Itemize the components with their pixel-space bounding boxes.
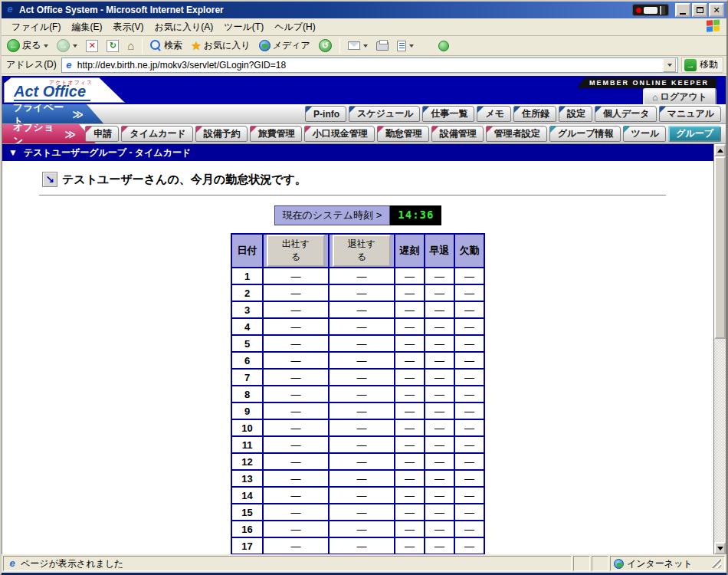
tab-グループ情報[interactable]: グループ情報	[549, 126, 621, 142]
empty-value-cell: ―	[329, 335, 395, 352]
tab-メモ[interactable]: メモ	[477, 106, 511, 122]
menu-表示(V)[interactable]: 表示(V)	[107, 18, 149, 36]
day-cell: 4	[231, 318, 263, 335]
refresh-button[interactable]: ↻	[104, 39, 121, 53]
menu-ヘルプ(H)[interactable]: ヘルプ(H)	[269, 18, 321, 36]
forward-dropdown-icon[interactable]	[73, 44, 77, 48]
edit-dropdown-icon[interactable]	[409, 44, 414, 48]
empty-value-cell: ―	[263, 335, 329, 352]
empty-value-cell: ―	[454, 268, 484, 284]
empty-value-cell: ―	[329, 521, 395, 537]
messenger-button[interactable]	[436, 40, 451, 52]
edit-button[interactable]	[395, 40, 416, 52]
empty-value-cell: ―	[454, 537, 484, 554]
mail-dropdown-icon[interactable]	[363, 44, 368, 48]
tab-スケジュール[interactable]: スケジュール	[349, 106, 420, 122]
tab-小口現金管理[interactable]: 小口現金管理	[304, 126, 375, 142]
address-input[interactable]: e http://dev.birth.ne.jp/mokv3/servlet/G…	[61, 58, 678, 73]
maximize-button[interactable]	[692, 3, 707, 17]
private-band: プライベート	[2, 104, 103, 123]
clock-in-button[interactable]: 出社する	[267, 235, 325, 267]
tab-管理者設定[interactable]: 管理者設定	[486, 126, 547, 142]
tab-設備管理[interactable]: 設備管理	[431, 126, 484, 142]
menu-ツール(T)[interactable]: ツール(T)	[218, 18, 269, 36]
scroll-up-button[interactable]	[714, 144, 726, 156]
back-button[interactable]: ← 戻る	[5, 38, 51, 53]
go-arrow-icon: →	[684, 59, 697, 71]
tab-group[interactable]: グループ	[668, 126, 721, 142]
tab-label: 申請	[93, 127, 112, 140]
timecard-row: 7―――――	[231, 369, 484, 386]
option-nav-row: オプション 申請タイムカード設備予約旅費管理小口現金管理勤怠管理設備管理管理者設…	[2, 124, 726, 144]
menu-ファイル(F)[interactable]: ファイル(F)	[6, 18, 66, 36]
empty-value-cell: ―	[425, 419, 454, 436]
tab-P-info[interactable]: P-info	[305, 106, 346, 122]
page-content: ↘ テストユーザーさんの、今月の勤怠状況です。 現在のシステム時刻 > 14:3…	[2, 161, 713, 554]
empty-value-cell: ―	[263, 470, 329, 487]
timecard-row: 17―――――	[231, 537, 484, 554]
title-bar[interactable]: e Act Office System - Microsoft Internet…	[2, 2, 726, 18]
tab-label: マニュアル	[667, 107, 714, 120]
menu-お気に入り(A)[interactable]: お気に入り(A)	[149, 18, 218, 36]
empty-value-cell: ―	[329, 487, 395, 504]
tab-設備予約[interactable]: 設備予約	[195, 126, 248, 142]
empty-value-cell: ―	[329, 369, 395, 386]
empty-value-cell: ―	[454, 335, 484, 352]
empty-value-cell: ―	[425, 268, 454, 284]
mail-button[interactable]	[346, 41, 370, 51]
tab-ツール[interactable]: ツール	[623, 126, 667, 142]
tab-タイムカード[interactable]: タイムカード	[121, 126, 192, 142]
horizontal-rule	[39, 195, 666, 196]
private-tabs: P-infoスケジュール仕事一覧メモ住所録設定個人データマニュアル	[305, 106, 721, 122]
history-button[interactable]: ↺	[316, 38, 334, 53]
timecard-row: 8―――――	[231, 386, 484, 402]
tab-マニュアル[interactable]: マニュアル	[659, 106, 721, 122]
tab-corner-icon	[251, 127, 257, 133]
scrollbar-track[interactable]	[714, 339, 726, 542]
vertical-scrollbar[interactable]	[713, 144, 726, 554]
stop-button[interactable]: ✕	[84, 39, 100, 53]
print-button[interactable]	[374, 41, 391, 51]
menu-編集(E)[interactable]: 編集(E)	[66, 18, 107, 36]
tab-label: 設備予約	[204, 127, 241, 140]
ie-window-icon: e	[4, 4, 16, 16]
empty-value-cell: ―	[329, 470, 395, 487]
forward-button[interactable]: →	[54, 38, 80, 53]
empty-value-cell: ―	[263, 352, 329, 369]
capture-widget[interactable]	[632, 4, 669, 16]
back-dropdown-icon[interactable]	[44, 44, 48, 48]
go-button[interactable]: → 移動	[681, 57, 723, 73]
empty-value-cell: ―	[263, 521, 329, 537]
clock-out-button[interactable]: 退社する	[333, 235, 391, 267]
empty-value-cell: ―	[454, 386, 484, 402]
tab-個人データ[interactable]: 個人データ	[595, 106, 657, 122]
search-button[interactable]: 検索	[148, 38, 185, 53]
tab-住所録[interactable]: 住所録	[513, 106, 556, 122]
mail-icon	[348, 41, 360, 50]
scroll-down-button[interactable]	[714, 542, 726, 554]
address-url[interactable]: http://dev.birth.ne.jp/mokv3/servlet/GLo…	[77, 60, 660, 71]
tab-設定[interactable]: 設定	[559, 106, 592, 122]
empty-value-cell: ―	[425, 487, 454, 504]
resize-grip[interactable]	[710, 559, 721, 568]
close-button[interactable]: ✕	[709, 3, 724, 17]
empty-value-cell: ―	[425, 453, 454, 470]
day-cell: 15	[231, 504, 263, 521]
timecard-row: 15―――――	[231, 504, 484, 521]
favorites-button[interactable]: ★ お気に入り	[189, 38, 252, 53]
logout-button[interactable]: ログアウト	[643, 88, 717, 106]
empty-value-cell: ―	[329, 318, 395, 335]
tab-申請[interactable]: 申請	[85, 126, 119, 142]
tab-旅費管理[interactable]: 旅費管理	[250, 126, 302, 142]
tab-仕事一覧[interactable]: 仕事一覧	[422, 106, 474, 122]
day-cell: 12	[231, 453, 263, 470]
media-button[interactable]: メディア	[257, 38, 313, 53]
scrollbar-thumb[interactable]	[714, 156, 726, 339]
minimize-button[interactable]	[675, 3, 690, 17]
tab-corner-icon	[477, 107, 484, 113]
tab-勤怠管理[interactable]: 勤怠管理	[377, 126, 429, 142]
tab-corner-icon	[432, 127, 438, 133]
home-button[interactable]: ⌂	[125, 38, 136, 53]
address-dropdown-button[interactable]	[663, 58, 676, 72]
tab-corner-icon	[122, 127, 128, 133]
